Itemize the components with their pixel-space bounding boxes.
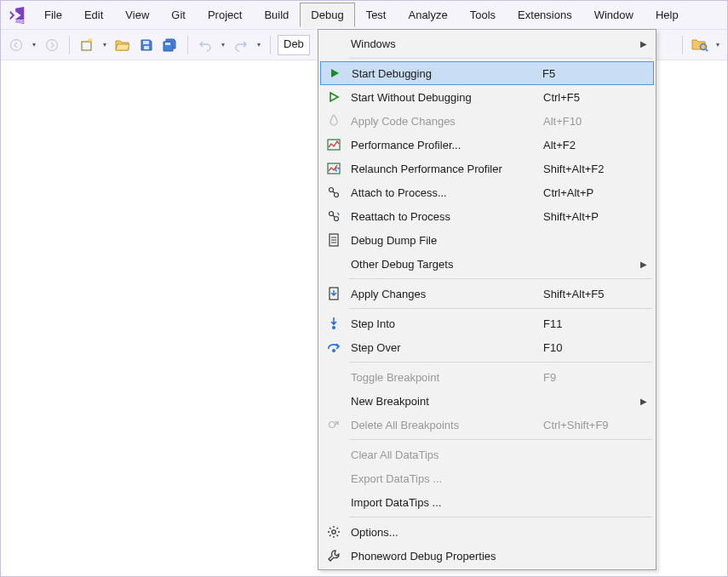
svg-point-2 <box>47 39 58 50</box>
menu-item-start-without-debugging[interactable]: Start Without DebuggingCtrl+F5 <box>320 85 654 109</box>
menu-item-shortcut: Ctrl+Alt+P <box>543 186 637 199</box>
menu-item-windows[interactable]: Windows▶ <box>320 31 654 55</box>
redo-icon[interactable] <box>231 35 251 55</box>
svg-point-20 <box>332 530 335 534</box>
menu-item-relaunch-performance-profiler[interactable]: Relaunch Performance ProfilerShift+Alt+F… <box>320 157 654 180</box>
svg-point-19 <box>330 422 335 428</box>
menu-build[interactable]: Build <box>253 3 300 27</box>
menu-edit[interactable]: Edit <box>73 3 114 27</box>
menu-item-options[interactable]: Options... <box>320 520 654 544</box>
menu-item-label: Start Debugging <box>348 67 542 80</box>
svg-rect-9 <box>328 140 340 150</box>
menu-item-shortcut: Shift+Alt+F2 <box>543 163 637 175</box>
submenu-arrow-icon: ▶ <box>637 39 651 49</box>
menu-item-label: Export DataTips ... <box>347 472 543 485</box>
undo-drop-icon[interactable]: ▾ <box>219 41 227 49</box>
menu-item-shortcut: F5 <box>542 67 636 80</box>
menu-test[interactable]: Test <box>355 3 398 27</box>
find-drop-icon[interactable]: ▾ <box>714 41 722 49</box>
new-project-icon[interactable] <box>77 35 97 55</box>
menu-item-shortcut: Ctrl+F5 <box>543 91 637 104</box>
menu-item-reattach-to-process[interactable]: Reattach to ProcessShift+Alt+P <box>320 204 654 228</box>
new-project-drop-icon[interactable]: ▾ <box>100 41 109 49</box>
svg-point-12 <box>335 193 339 197</box>
menu-file[interactable]: File <box>33 3 73 27</box>
menu-debug[interactable]: Debug <box>300 3 354 27</box>
menu-item-start-debugging[interactable]: Start DebuggingF5 <box>320 61 654 85</box>
svg-rect-3 <box>82 42 91 50</box>
menu-analyze[interactable]: Analyze <box>397 3 458 27</box>
menubar: PRE FileEditViewGitProjectBuildDebugTest… <box>1 1 727 30</box>
svg-point-17 <box>332 326 335 329</box>
menu-item-shortcut: F11 <box>543 317 637 330</box>
svg-point-13 <box>330 212 334 216</box>
menu-tools[interactable]: Tools <box>459 3 507 27</box>
menu-item-label: Phoneword Debug Properties <box>347 550 543 563</box>
menu-item-label: Performance Profiler... <box>347 139 543 151</box>
menu-item-step-into[interactable]: Step IntoF11 <box>320 311 654 335</box>
save-all-icon[interactable] <box>160 35 181 55</box>
menu-item-delete-all-breakpoints: Delete All BreakpointsCtrl+Shift+F9 <box>320 413 654 437</box>
menu-item-label: Windows <box>347 37 543 50</box>
menu-item-label: Reattach to Process <box>347 210 543 223</box>
toolbar-sep <box>187 36 188 54</box>
menu-item-import-datatips[interactable]: Import DataTips ... <box>320 490 654 514</box>
menu-item-label: Start Without Debugging <box>347 91 543 104</box>
delete-bp-icon <box>320 419 347 431</box>
menu-separator <box>349 308 652 309</box>
toolbar-sep <box>270 36 271 54</box>
menu-item-attach-to-process[interactable]: Attach to Process...Ctrl+Alt+P <box>320 180 654 204</box>
menu-item-new-breakpoint[interactable]: New Breakpoint▶ <box>320 389 654 413</box>
perf-icon <box>320 139 347 151</box>
menu-item-label: Attach to Process... <box>347 186 543 199</box>
svg-rect-10 <box>328 163 340 174</box>
menu-item-shortcut: Ctrl+Shift+F9 <box>543 419 637 431</box>
nav-back-drop-icon[interactable]: ▾ <box>30 41 38 49</box>
svg-rect-5 <box>143 41 149 44</box>
dump-icon <box>320 233 347 247</box>
menu-item-label: Clear All DataTips <box>347 448 543 461</box>
undo-icon[interactable] <box>195 35 215 55</box>
menu-extensions[interactable]: Extensions <box>507 3 583 27</box>
menu-item-label: Options... <box>347 526 543 539</box>
svg-point-4 <box>89 38 92 42</box>
menu-item-shortcut: Shift+Alt+P <box>543 210 637 223</box>
menu-help[interactable]: Help <box>645 3 690 27</box>
svg-rect-6 <box>144 46 149 49</box>
find-in-files-icon[interactable] <box>690 35 710 55</box>
menu-separator <box>349 278 652 279</box>
submenu-arrow-icon: ▶ <box>637 397 651 406</box>
menu-separator <box>349 58 652 59</box>
menu-item-other-debug-targets[interactable]: Other Debug Targets▶ <box>320 252 654 276</box>
apply-changes-icon <box>320 287 347 300</box>
menu-project[interactable]: Project <box>197 3 253 27</box>
menu-item-step-over[interactable]: Step OverF10 <box>320 335 654 359</box>
open-folder-icon[interactable] <box>112 35 133 55</box>
menu-git[interactable]: Git <box>160 3 197 27</box>
step-into-icon <box>320 317 347 330</box>
menu-item-phoneword-debug-properties[interactable]: Phoneword Debug Properties <box>320 544 654 568</box>
menu-item-shortcut: Alt+F2 <box>543 139 637 151</box>
debug-menu: Windows▶Start DebuggingF5Start Without D… <box>318 29 656 570</box>
menu-item-label: Step Into <box>347 317 543 330</box>
menu-item-performance-profiler[interactable]: Performance Profiler...Alt+F2 <box>320 133 654 157</box>
menu-window[interactable]: Window <box>583 3 645 27</box>
menu-item-shortcut: F9 <box>543 371 637 384</box>
submenu-arrow-icon: ▶ <box>637 260 651 269</box>
menu-item-apply-changes[interactable]: Apply ChangesShift+Alt+F5 <box>320 282 654 306</box>
menu-separator <box>349 517 652 517</box>
menu-separator <box>349 362 652 363</box>
nav-back-icon[interactable] <box>6 35 26 55</box>
save-icon[interactable] <box>136 35 157 55</box>
menu-item-toggle-breakpoint: Toggle BreakpointF9 <box>320 365 654 389</box>
menu-item-label: Import DataTips ... <box>347 496 543 509</box>
nav-fwd-icon[interactable] <box>42 35 62 55</box>
redo-drop-icon[interactable]: ▾ <box>255 41 263 49</box>
play-green-fill-icon <box>321 67 348 79</box>
perf-relaunch-icon <box>320 163 347 174</box>
menu-item-label: Toggle Breakpoint <box>347 371 543 384</box>
svg-point-18 <box>332 349 335 352</box>
menu-view[interactable]: View <box>114 3 160 27</box>
menu-item-debug-dump-file[interactable]: Debug Dump File <box>320 228 654 252</box>
debug-target-field[interactable]: Deb <box>278 35 310 55</box>
